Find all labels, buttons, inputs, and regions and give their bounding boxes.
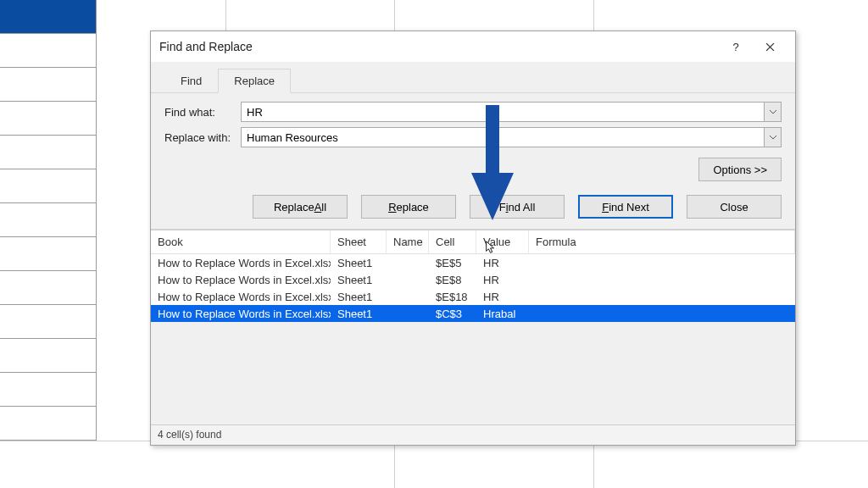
grid-cell[interactable] <box>0 34 96 68</box>
result-cell-cell: $C$3 <box>429 308 476 320</box>
result-cell-book: How to Replace Words in Excel.xlsx <box>151 274 331 286</box>
replace-with-dropdown[interactable] <box>764 128 781 147</box>
help-button[interactable]: ? <box>719 34 753 59</box>
replace-with-combo <box>241 127 782 147</box>
close-icon <box>765 42 775 52</box>
result-cell-book: How to Replace Words in Excel.xlsx <box>151 257 331 269</box>
grid-cell[interactable] <box>0 305 96 339</box>
result-cell-value: HR <box>476 291 529 303</box>
replace-all-button[interactable]: Replace All <box>253 195 348 219</box>
find-what-label: Find what: <box>164 106 241 119</box>
result-cell-sheet: Sheet1 <box>331 308 387 320</box>
selected-cell[interactable] <box>0 0 96 34</box>
grid-cell[interactable] <box>0 169 96 203</box>
replace-form: Find what: Replace with: <box>151 93 795 147</box>
results-list: Book Sheet Name Cell Value Formula How t… <box>151 230 795 322</box>
results-body: How to Replace Words in Excel.xlsxSheet1… <box>151 254 795 322</box>
result-cell-book: How to Replace Words in Excel.xlsx <box>151 291 331 303</box>
result-cell-value: Hrabal <box>476 308 529 320</box>
find-next-button[interactable]: Find Next <box>578 195 673 219</box>
tab-replace[interactable]: Replace <box>218 69 291 93</box>
result-cell-cell: $E$8 <box>429 274 476 286</box>
col-cell[interactable]: Cell <box>429 230 476 253</box>
find-replace-dialog: Find and Replace ? Find Replace Find wha… <box>150 30 796 446</box>
tab-find[interactable]: Find <box>164 69 218 92</box>
chevron-down-icon <box>770 136 776 140</box>
result-cell-value: HR <box>476 257 529 269</box>
find-what-input[interactable] <box>241 102 782 122</box>
result-cell-value: HR <box>476 274 529 286</box>
close-button[interactable]: Close <box>687 195 782 219</box>
result-cell-cell: $E$18 <box>429 291 476 303</box>
find-what-combo <box>241 102 782 122</box>
col-book[interactable]: Book <box>151 230 331 253</box>
chevron-down-icon <box>770 110 776 114</box>
dialog-actions: Replace All Replace Find All Find Next C… <box>151 190 795 230</box>
grid-cell[interactable] <box>0 339 96 373</box>
grid-cell[interactable] <box>0 373 96 407</box>
dialog-title: Find and Replace <box>159 40 719 53</box>
dialog-titlebar[interactable]: Find and Replace ? <box>151 31 795 62</box>
window-close-button[interactable] <box>753 34 787 59</box>
replace-button[interactable]: Replace <box>361 195 456 219</box>
col-name[interactable]: Name <box>387 230 429 253</box>
result-row[interactable]: How to Replace Words in Excel.xlsxSheet1… <box>151 254 795 271</box>
result-cell-sheet: Sheet1 <box>331 274 387 286</box>
result-cell-sheet: Sheet1 <box>331 257 387 269</box>
dialog-tabs: Find Replace <box>151 62 795 93</box>
col-value[interactable]: Value <box>476 230 529 253</box>
grid-cell[interactable] <box>0 271 96 305</box>
result-cell-sheet: Sheet1 <box>331 291 387 303</box>
find-all-button[interactable]: Find All <box>470 195 565 219</box>
grid-cell[interactable] <box>0 68 96 102</box>
result-row[interactable]: How to Replace Words in Excel.xlsxSheet1… <box>151 288 795 305</box>
col-sheet[interactable]: Sheet <box>331 230 387 253</box>
status-bar: 4 cell(s) found <box>151 424 795 445</box>
result-row[interactable]: How to Replace Words in Excel.xlsxSheet1… <box>151 271 795 288</box>
find-what-dropdown[interactable] <box>764 103 781 121</box>
replace-with-input[interactable] <box>241 127 782 147</box>
grid-cell[interactable] <box>0 237 96 271</box>
result-cell-cell: $E$5 <box>429 257 476 269</box>
options-button[interactable]: Options >> <box>698 158 782 181</box>
replace-with-label: Replace with: <box>164 131 241 144</box>
grid-cell[interactable] <box>0 102 96 136</box>
column-a <box>0 0 97 441</box>
grid-cell[interactable] <box>0 203 96 237</box>
grid-cell[interactable] <box>0 136 96 169</box>
result-row[interactable]: How to Replace Words in Excel.xlsxSheet1… <box>151 305 795 322</box>
results-header: Book Sheet Name Cell Value Formula <box>151 230 795 254</box>
col-formula[interactable]: Formula <box>529 230 795 253</box>
result-cell-book: How to Replace Words in Excel.xlsx <box>151 308 331 320</box>
grid-cell[interactable] <box>0 407 96 441</box>
